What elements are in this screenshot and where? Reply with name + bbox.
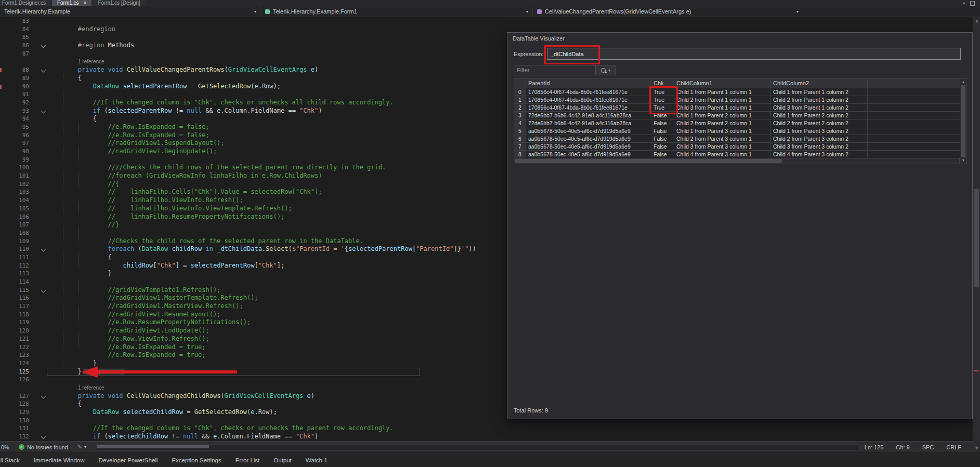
code-text[interactable]: //e.Row.ViewInfo.Refresh(); xyxy=(48,335,210,342)
scroll-up-icon[interactable]: ▲ xyxy=(960,79,966,85)
table-row[interactable]: 1170856c4-0f67-4bda-8b0c-f61fee81671eTru… xyxy=(514,96,960,104)
code-text[interactable]: // linhaFilho.ViewInfo.ViewTemplate.Refr… xyxy=(48,205,292,212)
code-text[interactable]: DataRow selectedParentRow = GetSelectedR… xyxy=(48,83,281,90)
zoom-control[interactable]: 0% xyxy=(0,444,14,450)
column-indicator[interactable]: Ch: 9 xyxy=(896,444,909,450)
scroll-down-icon[interactable]: ▼ xyxy=(960,158,966,163)
cell[interactable]: Child 2 from Parent 1 column 2 xyxy=(771,96,868,104)
cell[interactable]: Child 4 from Parent 3 column 2 xyxy=(771,151,868,158)
cell[interactable]: Child 1 from Parent 2 column 1 xyxy=(674,112,771,119)
cell[interactable]: Child 3 from Parent 1 column 2 xyxy=(771,104,868,112)
code-text[interactable]: //e.Row.IsExpanded = true; xyxy=(48,351,205,358)
code-text[interactable]: //If the changed column is "Chk", checks… xyxy=(48,424,394,432)
code-line[interactable]: 131 //If the changed column is "Chk", ch… xyxy=(0,424,973,433)
fold-chevron-icon[interactable] xyxy=(41,287,46,292)
code-text[interactable]: childRow["Chk"] = selectedParentRow["Chk… xyxy=(48,262,284,269)
cell[interactable]: 72de6bb7-b6b6-4c42-91e8-a4c116ab28ca xyxy=(526,112,651,119)
cell[interactable]: False xyxy=(651,143,674,151)
cell[interactable]: 72de6bb7-b6b6-4c42-91e8-a4c116ab28ca xyxy=(526,119,651,127)
cell[interactable]: 170856c4-0f67-4bda-8b0c-f61fee81671e xyxy=(526,104,651,112)
scroll-up-icon[interactable]: ▲ xyxy=(973,18,980,24)
tab-form1-designer[interactable]: Form1.Designer.cs xyxy=(0,0,51,6)
chevron-down-icon[interactable]: ▾ xyxy=(963,1,965,6)
code-text[interactable]: //Checks the child rows of the selected … xyxy=(48,237,363,245)
code-line[interactable]: 132 if (selectedChildRow != null && e.Co… xyxy=(0,433,973,441)
row-index-cell[interactable]: 6 xyxy=(514,135,526,143)
cell[interactable]: False xyxy=(651,119,674,127)
row-index-cell[interactable]: 8 xyxy=(514,151,526,158)
panel-tab-watch-1[interactable]: Watch 1 xyxy=(306,457,328,463)
code-text[interactable]: // linhaFilho.ViewInfo.Refresh(); xyxy=(48,196,243,204)
code-text[interactable]: { xyxy=(48,253,112,261)
row-index-cell[interactable]: 5 xyxy=(514,127,526,135)
code-text[interactable]: //radGridView1.EndUpdate(); xyxy=(48,327,210,334)
code-text[interactable]: } xyxy=(48,368,82,375)
code-text[interactable]: //e.Row.ResumePropertyNotifications(); xyxy=(48,318,251,326)
cell[interactable]: Child 2 from Parent 1 column 1 xyxy=(674,96,771,104)
cell[interactable]: Child 3 from Parent 3 column 2 xyxy=(771,143,868,151)
code-text[interactable]: //foreach (GridViewRowInfo linhaFilho in… xyxy=(48,172,322,179)
code-text[interactable]: //radGridView1.BeginUpdate(); xyxy=(48,148,217,155)
type-dropdown[interactable]: Telerik.Hierarchy.Example.Form1 ▾ xyxy=(261,6,533,17)
table-row[interactable]: 6aa0b5678-50ec-40e5-af6c-d7d919d5a6e9Fal… xyxy=(514,135,960,143)
fold-chevron-icon[interactable] xyxy=(41,434,46,439)
panel-tab-call-stack[interactable]: Call Stack xyxy=(0,457,20,463)
cell[interactable]: 170856c4-0f67-4bda-8b0c-f61fee81671e xyxy=(526,96,651,104)
cell[interactable]: Child 2 from Parent 3 column 1 xyxy=(674,135,771,143)
scrollbar-thumb[interactable] xyxy=(97,445,209,448)
table-row[interactable]: 472de6bb7-b6b6-4c42-91e8-a4c116ab28caFal… xyxy=(514,119,960,127)
code-text[interactable]: // linhaFilho.ResumePropertyNotification… xyxy=(48,213,284,220)
table-row[interactable]: 8aa0b5678-50ec-40e5-af6c-d7d919d5a6e9Fal… xyxy=(514,151,960,158)
panel-tab-exception-settings[interactable]: Exception Settings xyxy=(172,457,221,463)
column-header[interactable]: ParentId xyxy=(526,79,651,88)
cell[interactable]: Child 2 from Parent 2 column 2 xyxy=(771,119,868,127)
code-text[interactable]: //radGridView1.SuspendLayout(); xyxy=(48,139,225,146)
row-index-cell[interactable]: 1 xyxy=(514,96,526,104)
tab-form1[interactable]: Form1.cs × xyxy=(52,0,92,6)
code-text[interactable]: //{ xyxy=(48,180,119,188)
table-row[interactable]: 0170856c4-0f67-4bda-8b0c-f61fee81671eTru… xyxy=(514,88,960,96)
code-text[interactable]: foreach (DataRow childRow in _dtChildDat… xyxy=(48,245,476,252)
code-text[interactable]: //} xyxy=(48,221,119,228)
cell[interactable]: Child 3 from Parent 1 column 1 xyxy=(674,104,771,112)
cell[interactable]: aa0b5678-50ec-40e5-af6c-d7d919d5a6e9 xyxy=(526,135,651,143)
cell[interactable]: Child 1 from Parent 3 column 1 xyxy=(674,127,771,135)
code-text[interactable]: ////Checks the child rows of the selecte… xyxy=(48,164,386,171)
member-dropdown[interactable]: CellValueChangedParentRows(GridViewCellE… xyxy=(533,6,803,17)
column-header[interactable]: ChildColumn2 xyxy=(771,79,868,88)
cell[interactable]: False xyxy=(651,127,674,135)
code-text[interactable]: //e.Row.IsExpanded = false; xyxy=(48,131,210,139)
cell[interactable]: False xyxy=(651,135,674,143)
fold-chevron-icon[interactable] xyxy=(41,247,46,252)
cell[interactable]: Child 4 from Parent 3 column 1 xyxy=(674,151,771,158)
cell[interactable]: Child 1 from Parent 3 column 2 xyxy=(771,127,868,135)
cell[interactable]: Child 1 from Parent 1 column 1 xyxy=(674,88,771,96)
code-text[interactable]: //e.Row.IsExpanded = false; xyxy=(48,123,210,130)
code-text[interactable]: if (selectedChildRow != null && e.Column… xyxy=(48,433,318,440)
cell[interactable]: Child 2 from Parent 2 column 1 xyxy=(674,119,771,127)
code-text[interactable]: //e.Row.IsExpanded = true; xyxy=(48,343,205,351)
code-line[interactable]: 83 xyxy=(0,17,973,25)
code-text[interactable]: { xyxy=(48,400,82,407)
cell[interactable]: False xyxy=(651,151,674,158)
panel-tab-error-list[interactable]: Error List xyxy=(236,457,260,463)
code-text[interactable]: private void CellValueChangedChildRows(G… xyxy=(48,392,315,399)
code-text[interactable]: //radGridView1.MasterTemplate.Refresh(); xyxy=(48,294,258,301)
code-text[interactable]: { xyxy=(48,115,97,122)
table-row[interactable]: 2170856c4-0f67-4bda-8b0c-f61fee81671eTru… xyxy=(514,104,960,112)
tab-form1-design[interactable]: Form1.cs [Design] xyxy=(93,0,145,6)
code-text[interactable]: { xyxy=(48,74,82,82)
code-text[interactable]: #endregion xyxy=(48,25,115,33)
table-row[interactable]: 372de6bb7-b6b6-4c42-91e8-a4c116ab28caFal… xyxy=(514,112,960,119)
code-text[interactable]: //radGridView1.MasterView.Refresh(); xyxy=(48,302,243,310)
close-icon[interactable]: × xyxy=(84,0,87,6)
row-index-cell[interactable]: 4 xyxy=(514,119,526,127)
row-index-cell[interactable]: 3 xyxy=(514,112,526,119)
code-text[interactable]: //radGridView1.ResumeLayout(); xyxy=(48,311,220,318)
cell[interactable]: aa0b5678-50ec-40e5-af6c-d7d919d5a6e9 xyxy=(526,143,651,151)
code-text[interactable]: #region Methods xyxy=(48,42,134,49)
scrollbar-thumb[interactable] xyxy=(974,189,979,287)
cell[interactable]: Child 1 from Parent 2 column 2 xyxy=(771,112,868,119)
code-text[interactable]: if (selectedParentRow != null && e.Colum… xyxy=(48,107,322,114)
vertical-scrollbar[interactable]: ▲ ▼ xyxy=(973,17,980,452)
